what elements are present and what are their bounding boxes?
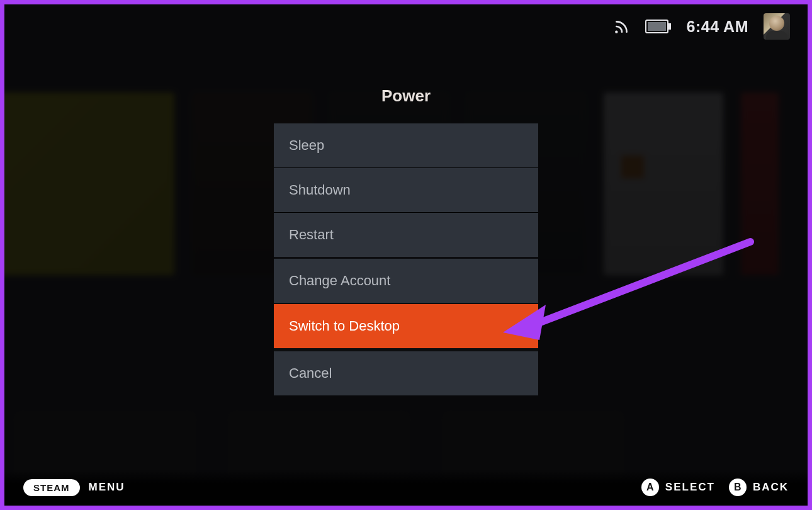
b-button-icon: B: [729, 479, 747, 496]
menu-item-label: Shutdown: [289, 182, 351, 198]
status-bar: 6:44 AM: [614, 13, 790, 40]
svg-point-0: [615, 31, 617, 33]
menu-item-change-account[interactable]: Change Account: [274, 257, 538, 303]
hint-select-label: SELECT: [665, 481, 715, 494]
app-frame: 6:44 AM Power Sleep Shutdown Restart Cha…: [0, 0, 812, 510]
menu-item-label: Cancel: [289, 365, 332, 381]
menu-item-switch-to-desktop[interactable]: Switch to Desktop: [274, 303, 538, 349]
footer-bar: STEAM MENU A SELECT B BACK: [4, 469, 808, 506]
power-dialog: Power Sleep Shutdown Restart Change Acco…: [274, 86, 538, 395]
wifi-rss-icon: [614, 18, 630, 35]
menu-item-label: Change Account: [289, 273, 390, 288]
hint-back: B BACK: [729, 479, 789, 496]
a-button-glyph: A: [646, 482, 654, 493]
power-menu: Sleep Shutdown Restart Change Account Sw…: [274, 123, 538, 395]
menu-label: MENU: [89, 481, 125, 494]
menu-item-label: Switch to Desktop: [289, 318, 400, 334]
menu-item-label: Restart: [289, 227, 334, 242]
menu-item-shutdown[interactable]: Shutdown: [274, 167, 538, 212]
battery-icon: [645, 20, 672, 33]
svg-rect-2: [668, 23, 671, 30]
b-button-glyph: B: [734, 482, 742, 493]
steam-button-label: STEAM: [33, 482, 70, 493]
footer-right: A SELECT B BACK: [641, 479, 789, 496]
hint-back-label: BACK: [753, 481, 789, 494]
menu-item-sleep[interactable]: Sleep: [274, 123, 538, 167]
menu-item-cancel[interactable]: Cancel: [274, 349, 538, 395]
dialog-title: Power: [274, 86, 538, 106]
a-button-icon: A: [641, 479, 659, 496]
steam-button[interactable]: STEAM: [23, 479, 80, 496]
menu-item-label: Sleep: [289, 137, 324, 153]
avatar[interactable]: [764, 13, 790, 40]
footer-left: STEAM MENU: [23, 479, 125, 496]
menu-item-restart[interactable]: Restart: [274, 212, 538, 257]
hint-select: A SELECT: [641, 479, 715, 496]
svg-rect-3: [648, 22, 666, 31]
clock: 6:44 AM: [687, 18, 748, 36]
